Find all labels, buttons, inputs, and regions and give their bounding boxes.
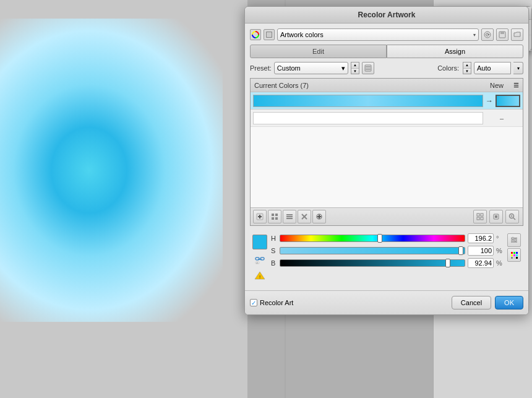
svg-rect-25 <box>317 216 321 217</box>
hsb-left-icons: ⚠ ! <box>252 233 267 282</box>
preset-stepper-up[interactable]: ▲ <box>351 63 359 69</box>
col-header-icon[interactable]: ☰ <box>513 82 519 89</box>
edit-icon-btn[interactable] <box>264 29 275 40</box>
svg-rect-51 <box>511 254 513 256</box>
checkbox-check-icon: ✓ <box>251 300 256 306</box>
svg-text:⚠: ⚠ <box>256 261 259 264</box>
list-view-btn[interactable] <box>283 210 296 223</box>
open-btn[interactable] <box>511 28 523 41</box>
brightness-value-input[interactable] <box>468 258 494 268</box>
tab-edit[interactable]: Edit <box>250 45 387 58</box>
svg-rect-18 <box>286 214 293 215</box>
randomize-btn[interactable]: ⟳ <box>481 28 494 41</box>
right-icons <box>473 210 520 223</box>
settings-btn[interactable] <box>489 210 503 223</box>
tab-assign[interactable]: Assign <box>387 45 523 58</box>
hue-thumb[interactable] <box>377 234 382 243</box>
svg-rect-13 <box>258 216 262 217</box>
preset-stepper[interactable]: ▲ ▼ <box>351 62 359 74</box>
auto-arrow-icon: ▾ <box>517 66 520 71</box>
tab-edit-label: Edit <box>312 48 324 55</box>
saturation-value-input[interactable] <box>468 246 494 256</box>
dash-icon-2: – <box>483 115 520 122</box>
cancel-button[interactable]: Cancel <box>452 296 491 309</box>
brightness-row: B % <box>271 258 504 268</box>
preset-settings-btn[interactable] <box>362 62 374 74</box>
svg-rect-27 <box>481 214 483 216</box>
color-row-1[interactable]: → <box>251 92 523 110</box>
brightness-slider[interactable] <box>280 259 465 267</box>
col-new-header: New <box>490 82 504 89</box>
color-grid-btn[interactable] <box>507 248 521 262</box>
svg-rect-28 <box>477 217 479 220</box>
slider-settings-btn[interactable] <box>507 233 521 247</box>
svg-rect-15 <box>275 214 278 216</box>
saturation-thumb[interactable] <box>458 246 463 255</box>
svg-rect-20 <box>286 218 293 219</box>
colors-stepper-down[interactable]: ▼ <box>463 69 471 74</box>
brightness-thumb[interactable] <box>445 259 450 267</box>
svg-rect-45 <box>511 241 517 243</box>
dialog-titlebar: Recolor Artwork <box>245 7 528 24</box>
color-preview <box>252 235 267 249</box>
recolor-art-checkbox-area: ✓ Recolor Art <box>250 299 293 306</box>
color-table-toolbar <box>251 207 523 225</box>
svg-rect-52 <box>513 254 515 256</box>
warning-icon: ! <box>254 271 265 280</box>
action-row: ✓ Recolor Art Cancel OK <box>245 290 528 314</box>
svg-rect-50 <box>516 252 518 254</box>
new-swatch-1 <box>496 95 520 107</box>
svg-rect-48 <box>511 252 513 254</box>
colors-stepper[interactable]: ▲ ▼ <box>463 62 471 74</box>
table-view-btn[interactable] <box>268 210 281 223</box>
tab-row: Edit Assign <box>250 45 523 58</box>
svg-text:⟳: ⟳ <box>486 32 490 38</box>
svg-rect-56 <box>516 257 518 259</box>
svg-line-33 <box>513 218 515 220</box>
colors-stepper-up[interactable]: ▲ <box>463 63 471 69</box>
svg-rect-54 <box>511 257 513 259</box>
grid-settings-btn[interactable] <box>473 210 487 223</box>
hue-unit: ° <box>496 235 504 242</box>
recolor-dialog: Recolor Artwork Artwork c <box>244 6 529 315</box>
color-row-2[interactable]: – <box>251 110 523 127</box>
brightness-unit: % <box>496 259 504 267</box>
current-swatch-2 <box>253 112 483 124</box>
ok-button[interactable]: OK <box>495 296 523 309</box>
new-group-btn[interactable] <box>312 210 326 223</box>
add-color-btn[interactable] <box>253 210 267 223</box>
arrow-icon-1: → <box>483 97 496 105</box>
saturation-label: S <box>271 247 277 254</box>
preset-stepper-down[interactable]: ▼ <box>351 69 359 74</box>
saturation-slider[interactable] <box>280 247 465 254</box>
hue-value-input[interactable] <box>468 233 494 243</box>
recolor-art-label: Recolor Art <box>260 299 293 306</box>
recolor-art-checkbox[interactable]: ✓ <box>250 299 257 306</box>
svg-rect-31 <box>495 215 497 218</box>
svg-rect-53 <box>516 254 518 256</box>
color-table: Current Colors (7) New ☰ → – <box>250 78 523 226</box>
hsb-sliders: H ° S % B <box>271 233 504 282</box>
artwork <box>0 19 223 322</box>
preset-dropdown[interactable]: Custom ▾ <box>274 62 348 74</box>
preset-label: Preset: <box>250 64 272 72</box>
link-icon: ⚠ <box>254 254 265 265</box>
hue-slider[interactable] <box>280 235 465 242</box>
colors-auto-arrow-btn[interactable]: ▾ <box>513 62 523 74</box>
svg-rect-16 <box>272 217 274 220</box>
zoom-btn[interactable] <box>505 210 519 223</box>
hue-row: H ° <box>271 233 504 243</box>
tab-assign-label: Assign <box>445 48 465 55</box>
exclude-btn[interactable] <box>298 210 311 223</box>
dialog-content: Artwork colors ▾ ⟳ <box>245 24 528 290</box>
color-table-header: Current Colors (7) New ☰ <box>251 79 523 92</box>
artwork-colors-label: Artwork colors <box>280 31 324 38</box>
save-btn[interactable] <box>496 28 508 41</box>
artwork-colors-dropdown[interactable]: Artwork colors ▾ <box>277 28 479 41</box>
svg-rect-8 <box>366 66 371 67</box>
svg-rect-10 <box>366 69 371 70</box>
dialog-title: Recolor Artwork <box>358 11 416 19</box>
color-wheel-icon-btn[interactable] <box>250 29 261 40</box>
svg-point-47 <box>515 239 517 241</box>
colors-auto-dropdown[interactable]: Auto <box>474 62 511 74</box>
